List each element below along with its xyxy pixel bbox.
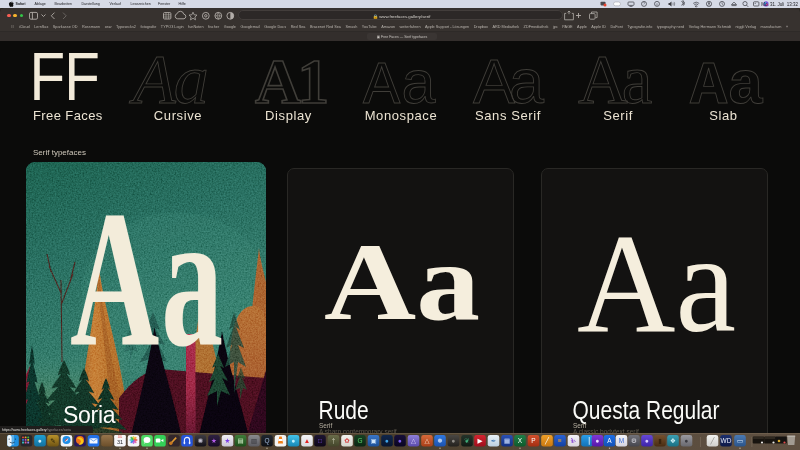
svg-text:★: ★ bbox=[211, 437, 217, 444]
svg-text:▮: ▮ bbox=[658, 437, 662, 444]
svg-text:WD: WD bbox=[721, 437, 732, 444]
svg-text:Rude: Rude bbox=[319, 396, 369, 424]
svg-text:†: † bbox=[332, 437, 336, 444]
svg-text:✿: ✿ bbox=[344, 437, 350, 444]
svg-text:⛷: ⛷ bbox=[570, 437, 577, 444]
svg-text:★: ★ bbox=[225, 437, 231, 444]
svg-text:Serif: Serif bbox=[603, 108, 633, 123]
svg-text:Q: Q bbox=[264, 437, 269, 445]
svg-text:✺: ✺ bbox=[198, 437, 204, 444]
svg-text:❖: ❖ bbox=[670, 437, 676, 444]
svg-text:A1: A1 bbox=[255, 46, 326, 117]
svg-text:⚙: ⚙ bbox=[631, 437, 637, 444]
svg-text:A: A bbox=[607, 437, 612, 444]
svg-text:Aa: Aa bbox=[324, 221, 480, 343]
svg-text:●: ● bbox=[645, 437, 649, 444]
svg-text:▦: ▦ bbox=[504, 437, 510, 444]
svg-text:▤: ▤ bbox=[237, 437, 243, 444]
svg-text:▥: ▥ bbox=[251, 437, 257, 444]
svg-text:Aa: Aa bbox=[70, 171, 225, 387]
svg-text:31: 31 bbox=[117, 439, 123, 445]
svg-text:●: ● bbox=[685, 437, 689, 444]
svg-text:✎: ✎ bbox=[50, 437, 55, 444]
svg-text:●: ● bbox=[38, 437, 42, 444]
svg-text:❅: ❅ bbox=[437, 437, 442, 444]
svg-text:Aa: Aa bbox=[129, 41, 207, 118]
svg-text:Questa Regular: Questa Regular bbox=[573, 396, 720, 424]
svg-text:G: G bbox=[357, 437, 362, 444]
svg-text:Serif typefaces: Serif typefaces bbox=[33, 148, 86, 157]
svg-text:FF: FF bbox=[30, 41, 100, 114]
svg-text:Free Faces: Free Faces bbox=[33, 108, 103, 123]
svg-text:✒: ✒ bbox=[491, 437, 497, 444]
svg-text:□: □ bbox=[318, 437, 322, 444]
svg-text:Soria: Soria bbox=[63, 402, 116, 428]
svg-text:X: X bbox=[518, 437, 523, 444]
svg-text:Display: Display bbox=[265, 108, 312, 123]
svg-text:❦: ❦ bbox=[464, 437, 469, 444]
svg-text:P: P bbox=[531, 437, 535, 444]
svg-text:▲: ▲ bbox=[304, 437, 310, 444]
svg-text:M: M bbox=[619, 437, 624, 444]
svg-text:●: ● bbox=[452, 437, 456, 444]
svg-text:▕: ▕ bbox=[585, 436, 590, 445]
svg-text:▣: ▣ bbox=[370, 437, 376, 444]
svg-text:△: △ bbox=[425, 437, 430, 444]
svg-text:≡: ≡ bbox=[558, 437, 562, 444]
svg-text:Sans Serif: Sans Serif bbox=[475, 108, 541, 123]
svg-text:Aa: Aa bbox=[577, 204, 736, 361]
svg-text:●: ● bbox=[292, 437, 296, 444]
svg-text:●: ● bbox=[398, 437, 402, 444]
svg-text:▭: ▭ bbox=[737, 437, 743, 444]
svg-text:△: △ bbox=[411, 437, 416, 444]
svg-text:Slab: Slab bbox=[709, 108, 737, 123]
svg-text:▶: ▶ bbox=[478, 437, 483, 444]
svg-text:Mo. 31. Juli 13:32: Mo. 31. Juli 13:32 bbox=[761, 2, 798, 7]
svg-text:Monospace: Monospace bbox=[365, 108, 438, 123]
svg-text:?: ? bbox=[643, 2, 645, 6]
svg-text:●: ● bbox=[596, 437, 600, 444]
svg-text:Aa: Aa bbox=[473, 46, 545, 116]
svg-text:●: ● bbox=[385, 437, 389, 444]
svg-text:Cursive: Cursive bbox=[154, 108, 202, 123]
